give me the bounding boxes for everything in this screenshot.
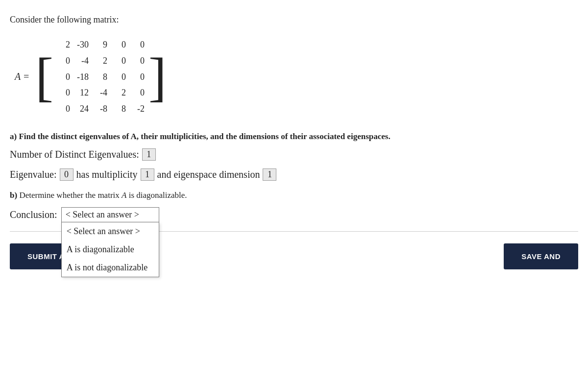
dropdown-option[interactable]: A is not diagonalizable [62,259,159,277]
matrix-row: 012-420 [54,85,147,101]
matrix-cell: 0 [110,53,129,69]
matrix-cell: 0 [110,37,129,53]
matrix-row: 2-30900 [54,37,147,53]
matrix-rows: 2-309000-42000-18800012-420024-88-2 [54,34,147,120]
matrix-row: 0-4200 [54,53,147,69]
eigenspace-label: and eigenspace dimension [157,169,260,180]
right-bracket: ] [147,34,168,120]
num-distinct-input[interactable]: 1 [142,148,156,161]
matrix-cell: 12 [73,85,92,101]
matrix-cell: 9 [92,37,110,53]
matrix-label: A = [15,71,29,82]
save-button[interactable]: SAVE AND [504,243,578,269]
matrix-cell: 0 [129,37,147,53]
conclusion-line: Conclusion: < Select an answer > < Selec… [10,207,578,222]
matrix-cell: -4 [92,85,110,101]
part-b-header: b) Determine whether the matrix A is dia… [10,191,578,200]
part-b-text: Determine whether the matrix A is diagon… [19,191,187,200]
eigenvalue-line: Eigenvalue: 0 has multiplicity 1 and eig… [10,168,578,181]
matrix-cell: 2 [110,85,129,101]
multiplicity-input[interactable]: 1 [141,168,154,181]
num-distinct-line: Number of Distinct Eigenvalues: 1 [10,148,578,161]
multiplicity-label: has multiplicity [76,169,138,180]
part-b-label: b) [10,191,17,200]
matrix-cell: -18 [73,69,92,85]
eigenvalue-prefix: Eigenvalue: [10,169,57,180]
matrix-cell: 2 [54,37,73,53]
part-a-text: Find the distinct eigenvalues of A, thei… [19,132,390,141]
matrix-cell: 8 [110,101,129,117]
matrix-cell: 0 [54,85,73,101]
part-a-header: a) Find the distinct eigenvalues of A, t… [10,132,578,142]
matrix-cell: 8 [92,69,110,85]
matrix-cell: 0 [110,69,129,85]
matrix-cell: 0 [129,53,147,69]
matrix-cell: 0 [129,85,147,101]
matrix-cell: -2 [129,101,147,117]
matrix-container: A = [ 2-309000-42000-18800012-420024-88-… [15,34,578,120]
problem-intro: Consider the following matrix: [10,15,578,25]
matrix-row: 024-88-2 [54,101,147,117]
matrix-bracket-wrapper: [ 2-309000-42000-18800012-420024-88-2 ] [34,34,167,120]
conclusion-select[interactable]: < Select an answer > [61,207,159,222]
matrix-row: 0-18800 [54,69,147,85]
matrix-cell: -30 [73,37,92,53]
eigenspace-input[interactable]: 1 [263,168,276,181]
matrix-cell: 0 [129,69,147,85]
conclusion-label: Conclusion: [10,209,57,220]
matrix-cell: -8 [92,101,110,117]
dropdown-wrapper[interactable]: < Select an answer > < Select an answer … [61,207,159,222]
matrix-cell: 0 [54,101,73,117]
dropdown-option[interactable]: A is diagonalizable [62,240,159,259]
matrix-cell: 24 [73,101,92,117]
matrix-cell: 0 [54,69,73,85]
left-bracket: [ [34,34,54,120]
dropdown-option[interactable]: < Select an answer > [62,222,159,240]
num-distinct-label: Number of Distinct Eigenvalues: [10,149,139,160]
matrix-cell: 2 [92,53,110,69]
matrix-cell: -4 [73,53,92,69]
dropdown-open[interactable]: < Select an answer >A is diagonalizableA… [61,222,159,277]
part-a-label: a) [10,132,17,141]
matrix-cell: 0 [54,53,73,69]
eigenvalue-input[interactable]: 0 [60,168,74,181]
